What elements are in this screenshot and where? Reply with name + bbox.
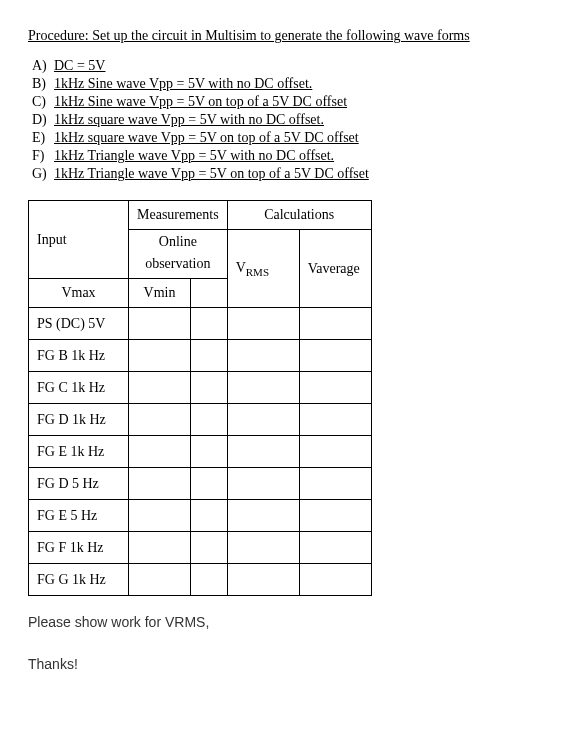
thanks-text: Thanks! (28, 656, 560, 672)
cell-input: FG E 1k Hz (29, 436, 129, 468)
header-vmin: Vmin (129, 279, 191, 308)
list-item: A)DC = 5V (32, 58, 560, 74)
procedure-title: Procedure: Set up the circuit in Multisi… (28, 28, 560, 44)
measurement-table: Input Measurements Calculations Online o… (28, 200, 372, 596)
table-row: FG B 1k Hz (29, 340, 372, 372)
header-input: Input (29, 201, 129, 279)
cell-vmin (191, 436, 228, 468)
cell-vrms (227, 308, 299, 340)
list-item: C)1kHz Sine wave Vpp = 5V on top of a 5V… (32, 94, 560, 110)
vrms-prefix: V (236, 260, 246, 275)
cell-vrms (227, 404, 299, 436)
cell-vmin (191, 308, 228, 340)
item-desc: 1kHz Triangle wave Vpp = 5V with no DC o… (54, 148, 334, 163)
table-row: FG E 5 Hz (29, 500, 372, 532)
vrms-sub: RMS (246, 265, 269, 277)
item-desc: 1kHz square wave Vpp = 5V on top of a 5V… (54, 130, 359, 145)
table-row: FG D 1k Hz (29, 404, 372, 436)
cell-vmin (191, 468, 228, 500)
footer-note: Please show work for VRMS, (28, 614, 560, 630)
table-row: PS (DC) 5V (29, 308, 372, 340)
cell-vmin (191, 340, 228, 372)
header-observation: observation (137, 256, 219, 272)
cell-vmax (129, 564, 191, 596)
cell-vrms (227, 436, 299, 468)
wave-list: A)DC = 5V B)1kHz Sine wave Vpp = 5V with… (28, 58, 560, 182)
cell-vrms (227, 532, 299, 564)
cell-vmax (129, 340, 191, 372)
item-label: C) (32, 94, 54, 110)
item-desc: 1kHz square wave Vpp = 5V with no DC off… (54, 112, 324, 127)
header-calculations: Calculations (227, 201, 371, 230)
cell-input: FG B 1k Hz (29, 340, 129, 372)
table-row: FG G 1k Hz (29, 564, 372, 596)
cell-input: FG G 1k Hz (29, 564, 129, 596)
item-label: E) (32, 130, 54, 146)
cell-input: PS (DC) 5V (29, 308, 129, 340)
cell-vmax (129, 468, 191, 500)
cell-vrms (227, 500, 299, 532)
item-label: B) (32, 76, 54, 92)
item-label: G) (32, 166, 54, 182)
cell-vmax (129, 308, 191, 340)
cell-vrms (227, 372, 299, 404)
cell-vavg (299, 404, 371, 436)
cell-vmin (191, 532, 228, 564)
cell-vmax (129, 404, 191, 436)
item-label: D) (32, 112, 54, 128)
cell-vavg (299, 468, 371, 500)
cell-vavg (299, 436, 371, 468)
header-vrms: VRMS (227, 230, 299, 308)
header-measurements: Measurements (129, 201, 228, 230)
cell-input: FG C 1k Hz (29, 372, 129, 404)
cell-vavg (299, 500, 371, 532)
list-item: D)1kHz square wave Vpp = 5V with no DC o… (32, 112, 560, 128)
cell-vavg (299, 372, 371, 404)
cell-vavg (299, 532, 371, 564)
list-item: B)1kHz Sine wave Vpp = 5V with no DC off… (32, 76, 560, 92)
header-vmax: Vmax (29, 279, 129, 308)
header-online: Online (137, 234, 219, 250)
cell-vmin (191, 372, 228, 404)
cell-input: FG D 5 Hz (29, 468, 129, 500)
item-desc: 1kHz Sine wave Vpp = 5V on top of a 5V D… (54, 94, 347, 109)
list-item: F)1kHz Triangle wave Vpp = 5V with no DC… (32, 148, 560, 164)
header-online-observation: Online observation (129, 230, 228, 279)
table-row: FG C 1k Hz (29, 372, 372, 404)
cell-input: FG E 5 Hz (29, 500, 129, 532)
cell-vmax (129, 532, 191, 564)
cell-vmax (129, 500, 191, 532)
cell-vmin (191, 404, 228, 436)
item-desc: 1kHz Sine wave Vpp = 5V with no DC offse… (54, 76, 312, 91)
cell-vmax (129, 436, 191, 468)
cell-vavg (299, 564, 371, 596)
cell-vmax (129, 372, 191, 404)
cell-vmin (191, 500, 228, 532)
cell-vmin (191, 564, 228, 596)
item-desc: 1kHz Triangle wave Vpp = 5V on top of a … (54, 166, 369, 181)
cell-vrms (227, 468, 299, 500)
cell-vrms (227, 340, 299, 372)
item-label: A) (32, 58, 54, 74)
table-row: FG D 5 Hz (29, 468, 372, 500)
list-item: E)1kHz square wave Vpp = 5V on top of a … (32, 130, 560, 146)
table-row: FG E 1k Hz (29, 436, 372, 468)
cell-vavg (299, 340, 371, 372)
item-label: F) (32, 148, 54, 164)
cell-input: FG F 1k Hz (29, 532, 129, 564)
table-row: FG F 1k Hz (29, 532, 372, 564)
cell-vrms (227, 564, 299, 596)
item-desc: DC = 5V (54, 58, 105, 73)
header-vaverage: Vaverage (299, 230, 371, 308)
cell-vavg (299, 308, 371, 340)
list-item: G)1kHz Triangle wave Vpp = 5V on top of … (32, 166, 560, 182)
cell-input: FG D 1k Hz (29, 404, 129, 436)
